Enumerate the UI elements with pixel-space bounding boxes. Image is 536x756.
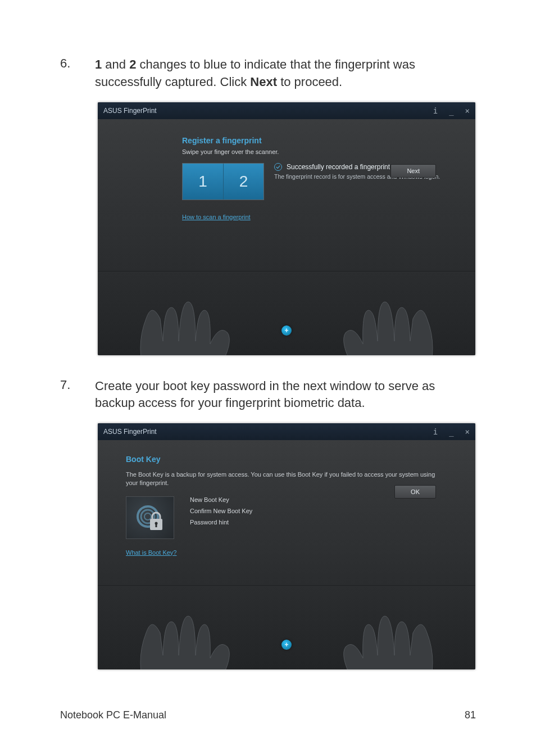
boot-key-lock-icon	[126, 496, 174, 539]
titlebar: ASUS FingerPrint i _ ×	[98, 423, 475, 440]
bold-1: 1	[95, 57, 102, 71]
close-icon[interactable]: ×	[465, 427, 470, 436]
check-icon	[274, 163, 282, 171]
step-number: 7.	[60, 378, 95, 413]
left-hand-icon	[129, 594, 253, 669]
info-icon[interactable]: i	[433, 106, 438, 115]
panel-subtext: Swipe your finger over the scanner.	[182, 148, 453, 155]
hands-area: +	[98, 585, 475, 669]
page-number: 81	[465, 709, 476, 721]
bold-2: 2	[129, 57, 136, 71]
screenshot-register-fingerprint: ASUS FingerPrint i _ × Register a finger…	[98, 102, 475, 355]
svg-point-2	[144, 513, 151, 520]
info-icon[interactable]: i	[433, 427, 438, 436]
panel-description: The Boot Key is a backup for system acce…	[126, 470, 442, 487]
window-title: ASUS FingerPrint	[103, 107, 433, 115]
screenshot-boot-key: ASUS FingerPrint i _ × Boot Key The Boot…	[98, 423, 475, 669]
page-footer: Notebook PC E-Manual 81	[60, 709, 476, 721]
capture-box-1: 1	[183, 164, 223, 200]
confirm-boot-key-label: Confirm New Boot Key	[190, 508, 252, 514]
footer-left: Notebook PC E-Manual	[60, 709, 166, 721]
window-title: ASUS FingerPrint	[103, 428, 433, 436]
step-text: Create your boot key password in the nex…	[95, 378, 476, 413]
add-fingerprint-icon[interactable]: +	[281, 325, 292, 336]
right-hand-icon	[320, 279, 444, 355]
left-hand-icon	[129, 279, 253, 355]
titlebar: ASUS FingerPrint i _ ×	[98, 102, 475, 119]
ok-button[interactable]: OK	[394, 485, 436, 499]
step-number: 6.	[60, 56, 95, 91]
what-is-boot-key-link[interactable]: What is Boot Key?	[126, 549, 177, 556]
next-button[interactable]: Next	[390, 164, 436, 178]
hands-area: +	[98, 271, 475, 355]
password-hint-label: Password hint	[190, 519, 252, 526]
panel-heading: Boot Key	[126, 455, 442, 464]
panel-heading: Register a fingerprint	[182, 136, 453, 145]
bold-next: Next	[250, 75, 277, 89]
new-boot-key-label: New Boot Key	[190, 496, 252, 503]
success-title: Successfully recorded a fingerprint.	[287, 163, 392, 171]
close-icon[interactable]: ×	[465, 106, 470, 115]
capture-box-2: 2	[223, 164, 264, 200]
minimize-icon[interactable]: _	[449, 106, 453, 115]
add-fingerprint-icon[interactable]: +	[281, 640, 292, 650]
right-hand-icon	[320, 594, 444, 669]
capture-boxes: 1 2	[182, 163, 264, 200]
svg-rect-5	[156, 524, 157, 527]
step-6: 6. 1 and 2 changes to blue to indicate t…	[60, 56, 476, 91]
minimize-icon[interactable]: _	[449, 427, 453, 436]
step-7: 7. Create your boot key password in the …	[60, 378, 476, 413]
how-to-scan-link[interactable]: How to scan a fingerprint	[182, 214, 251, 220]
step-text: 1 and 2 changes to blue to indicate that…	[95, 56, 476, 91]
